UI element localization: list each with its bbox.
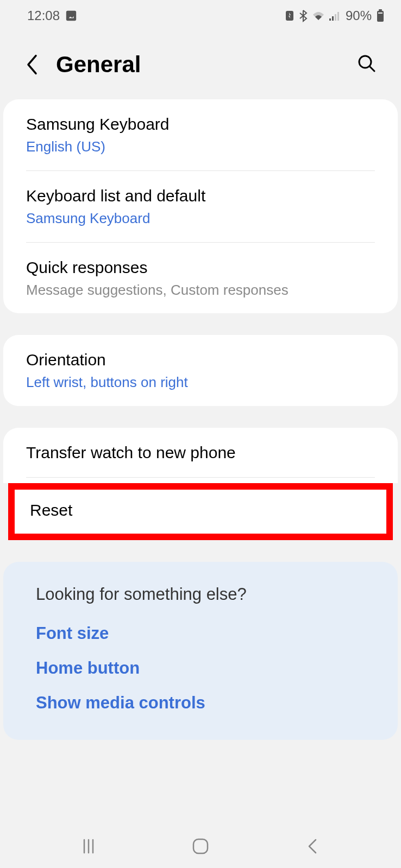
item-title: Reset	[30, 499, 371, 521]
item-title: Keyboard list and default	[26, 185, 375, 206]
transfer-watch-item[interactable]: Transfer watch to new phone	[3, 428, 398, 477]
suggestions-title: Looking for something else?	[36, 585, 365, 604]
orientation-item[interactable]: Orientation Left wrist, buttons on right	[3, 335, 398, 406]
back-nav-button[interactable]	[296, 830, 329, 863]
show-media-controls-link[interactable]: Show media controls	[36, 693, 365, 713]
page-title: General	[56, 52, 341, 78]
item-title: Samsung Keyboard	[26, 113, 375, 135]
suggestions-section: Looking for something else? Font size Ho…	[3, 562, 398, 740]
status-right: 90%	[285, 8, 385, 23]
item-subtitle: English (US)	[26, 138, 375, 156]
font-size-link[interactable]: Font size	[36, 624, 365, 643]
signal-icon	[329, 11, 341, 21]
search-button[interactable]	[357, 54, 377, 75]
status-left: 12:08	[27, 8, 77, 23]
navigation-bar	[0, 825, 401, 868]
item-title: Transfer watch to new phone	[26, 442, 375, 463]
keyboard-section: Samsung Keyboard English (US) Keyboard l…	[3, 99, 398, 313]
battery-percent: 90%	[346, 8, 372, 23]
svg-rect-2	[329, 18, 331, 21]
item-title: Orientation	[26, 349, 375, 370]
home-button-link[interactable]: Home button	[36, 658, 365, 678]
item-subtitle: Samsung Keyboard	[26, 210, 375, 228]
back-button[interactable]	[24, 53, 40, 76]
svg-point-9	[359, 56, 371, 68]
samsung-keyboard-item[interactable]: Samsung Keyboard English (US)	[3, 99, 398, 170]
status-time: 12:08	[27, 8, 60, 23]
divider	[26, 477, 375, 478]
quick-responses-item[interactable]: Quick responses Message suggestions, Cus…	[3, 243, 398, 314]
recents-button[interactable]	[72, 830, 105, 863]
item-title: Quick responses	[26, 257, 375, 278]
svg-rect-6	[379, 9, 382, 11]
svg-rect-14	[193, 839, 208, 853]
bluetooth-icon	[299, 9, 308, 22]
page-header: General	[0, 30, 401, 99]
battery-saver-icon	[285, 10, 295, 22]
orientation-section: Orientation Left wrist, buttons on right	[3, 335, 398, 406]
management-section: Transfer watch to new phone	[3, 428, 398, 483]
svg-rect-5	[337, 12, 339, 21]
wifi-icon	[312, 10, 325, 21]
svg-line-10	[370, 67, 374, 71]
status-bar: 12:08	[0, 0, 401, 30]
home-button[interactable]	[184, 830, 217, 863]
reset-item-highlighted[interactable]: Reset	[8, 483, 393, 540]
svg-rect-8	[378, 12, 383, 14]
item-subtitle: Left wrist, buttons on right	[26, 373, 375, 392]
svg-rect-3	[332, 16, 334, 21]
svg-rect-4	[335, 14, 336, 21]
item-subtitle: Message suggestions, Custom responses	[26, 281, 375, 300]
keyboard-list-item[interactable]: Keyboard list and default Samsung Keyboa…	[3, 171, 398, 242]
picture-icon	[65, 10, 77, 22]
battery-icon	[376, 9, 385, 22]
